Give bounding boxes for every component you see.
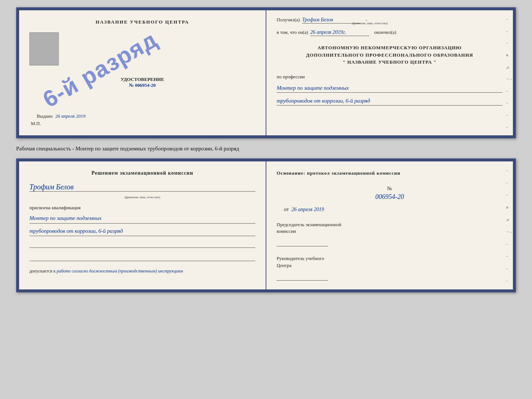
number-prefix: № — [387, 186, 392, 191]
person-hint: (фамилия, имя, отчество) — [29, 195, 255, 199]
допускается-value: работе согласно должностным (производств… — [57, 268, 183, 274]
date-value-bottom: 26 апреля 2019 — [291, 207, 324, 212]
date-row: в том, что он(а) 26 апреля 2019г. окончи… — [277, 29, 503, 36]
top-right-panel: Получил(а) Трофим Белов – (фамилия, имя,… — [266, 10, 513, 135]
mp-label: М.П. — [31, 121, 41, 127]
director-signature-line — [277, 273, 328, 281]
cert-number-prefix: № — [129, 82, 134, 88]
qualification-line2: трубопроводов от коррозии, 6-й разряд — [29, 227, 255, 236]
side-marks-bottom-right: –––и,а←––––– — [506, 161, 513, 289]
profession-line2: трубопроводов от коррозии, 6-й разряд — [277, 96, 503, 106]
blank-line-2 — [29, 254, 255, 261]
side-marks-top-right: –––и,а←––––– — [506, 10, 513, 135]
org-line1: АВТОНОМНУЮ НЕКОММЕРЧЕСКУЮ ОРГАНИЗАЦИЮ — [277, 44, 503, 51]
recipient-row: Получил(а) Трофим Белов – (фамилия, имя,… — [277, 17, 503, 24]
org-line2: ДОПОЛНИТЕЛЬНОГО ПРОФЕССИОНАЛЬНОГО ОБРАЗО… — [277, 51, 503, 59]
decision-title: Решением экзаменационной комиссии — [29, 170, 255, 176]
photo-placeholder — [29, 32, 59, 65]
qualification-prefix: присвоена квалификация — [29, 205, 255, 211]
certificate-top: НАЗВАНИЕ УЧЕБНОГО ЦЕНТРА УДОСТОВЕРЕНИЕ №… — [16, 7, 516, 138]
chairman-signature-line — [277, 239, 328, 246]
qualification-line1: Монтер по защите подземных — [29, 214, 255, 224]
issued-date: Выдано 26 апреля 2019 — [37, 113, 86, 119]
received-label: Получил(а) — [277, 17, 300, 23]
basis-label: Основание: протокол экзаменационной коми… — [277, 170, 503, 176]
date-value: 26 апреля 2019г. — [310, 29, 369, 36]
school-name-top: НАЗВАНИЕ УЧЕБНОГО ЦЕНТРА — [96, 19, 189, 25]
org-line3: " НАЗВАНИЕ УЧЕБНОГО ЦЕНТРА " — [277, 58, 503, 66]
person-name: Трофим Белов — [29, 183, 255, 192]
profession-label: по профессии — [277, 74, 503, 80]
bottom-left-panel: Решением экзаменационной комиссии Трофим… — [19, 161, 266, 289]
date-suffix: окончил(а) — [374, 29, 396, 35]
date-row-bottom: от 26 апреля 2019 — [284, 207, 503, 213]
допускается-row: допускается к работе согласно должностны… — [29, 268, 255, 274]
recipient-hint: (фамилия, имя, отчество) — [352, 21, 388, 25]
top-left-panel: НАЗВАНИЕ УЧЕБНОГО ЦЕНТРА УДОСТОВЕРЕНИЕ №… — [19, 10, 266, 135]
cert-title: УДОСТОВЕРЕНИЕ — [121, 76, 164, 82]
work-specialty: Рабочая специальность - Монтер по защите… — [16, 144, 516, 153]
cert-number-value: 006954-20 — [135, 82, 155, 88]
director-title: Руководитель учебного Центра — [277, 255, 503, 268]
certificate-bottom: Решением экзаменационной комиссии Трофим… — [16, 158, 516, 292]
blank-line-1 — [29, 241, 255, 248]
cert-number: № 006954-20 — [129, 82, 156, 88]
chairman-title: Председатель экзаменационной комиссии — [277, 221, 503, 235]
number-value: 006954-20 — [277, 193, 503, 201]
bottom-right-panel: Основание: протокол экзаменационной коми… — [266, 161, 513, 289]
date-prefix: в том, что он(а) — [277, 29, 308, 35]
profession-line1: Монтер по защите подземных — [277, 83, 503, 93]
